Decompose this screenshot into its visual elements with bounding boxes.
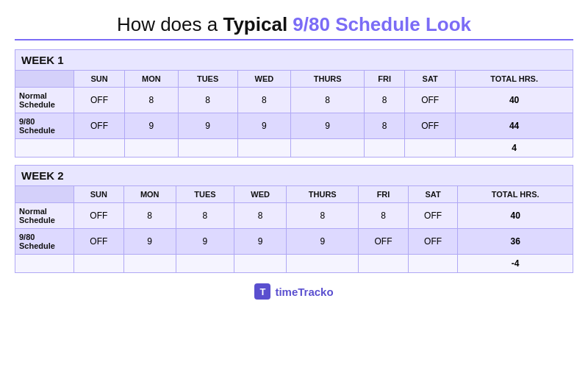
col-mon-w2: MON — [123, 186, 176, 203]
w1-9-wed: 9 — [237, 113, 291, 139]
title-bold: Typical — [223, 13, 287, 35]
w1-n-wed: 8 — [237, 88, 291, 113]
col-total-w2: TOTAL HRS. — [458, 186, 573, 203]
w1-normal-label: NormalSchedule — [15, 88, 74, 113]
w1-9-mon: 9 — [124, 113, 178, 139]
w2-9-total: 36 — [458, 229, 573, 255]
w2-9-sun: OFF — [74, 229, 124, 255]
w1-d-total: 4 — [456, 139, 573, 158]
w1-d-thurs — [291, 139, 365, 158]
w2-n-mon: 8 — [123, 203, 176, 229]
w1-d-wed — [237, 139, 291, 158]
col-thurs-w1: THURS — [291, 71, 365, 88]
col-label — [15, 71, 74, 88]
w1-d-mon — [124, 139, 178, 158]
w2-diff-label — [15, 255, 74, 273]
w2-9-sat: OFF — [408, 229, 458, 255]
w2-normal-row: NormalSchedule OFF 8 8 8 8 8 OFF 40 — [15, 203, 573, 229]
w1-n-thurs: 8 — [291, 88, 365, 113]
week2-header: WEEK 2 — [15, 166, 573, 186]
col-tues-w2: TUES — [176, 186, 234, 203]
logo-icon: T — [254, 283, 270, 300]
w1-n-fri: 8 — [365, 88, 405, 113]
logo-text: timeTracko — [275, 286, 333, 298]
w2-d-fri — [359, 255, 409, 273]
w1-9-total: 44 — [456, 113, 573, 139]
col-sat-w1: SAT — [405, 71, 456, 88]
w2-n-thurs: 8 — [287, 203, 359, 229]
w1-d-sat — [405, 139, 456, 158]
w1-n-sun: OFF — [74, 88, 125, 113]
w1-n-total: 40 — [456, 88, 573, 113]
w1-9-sat: OFF — [405, 113, 456, 139]
col-total-w1: TOTAL HRS. — [456, 71, 573, 88]
w1-980-row: 9/80Schedule OFF 9 9 9 9 8 OFF 44 — [15, 113, 573, 139]
logo-tracko: Tracko — [298, 286, 333, 298]
col-mon-w1: MON — [124, 71, 178, 88]
week1-table: WEEK 1 SUN MON TUES WED THURS FRI SAT TO… — [15, 49, 573, 158]
w2-d-sun — [74, 255, 124, 273]
col-label-w2 — [15, 186, 74, 203]
title-underline — [15, 39, 573, 40]
title-pre: How does a — [117, 13, 223, 35]
w2-980-row: 9/80Schedule OFF 9 9 9 9 OFF OFF 36 — [15, 229, 573, 255]
w1-diff-label — [15, 139, 74, 158]
w1-980-label: 9/80Schedule — [15, 113, 74, 139]
w1-9-sun: OFF — [74, 113, 125, 139]
w2-n-fri: 8 — [359, 203, 409, 229]
w2-d-tues — [176, 255, 234, 273]
w2-d-sat — [408, 255, 458, 273]
week1-block: WEEK 1 SUN MON TUES WED THURS FRI SAT TO… — [15, 49, 573, 158]
w2-980-label: 9/80Schedule — [15, 229, 74, 255]
title-highlight: 9/80 Schedule Look — [287, 13, 471, 35]
w2-d-total: -4 — [458, 255, 573, 273]
w2-d-thurs — [287, 255, 359, 273]
w1-normal-row: NormalSchedule OFF 8 8 8 8 8 OFF 40 — [15, 88, 573, 113]
w2-diff-row: -4 — [15, 255, 573, 273]
col-sat-w2: SAT — [408, 186, 458, 203]
col-fri-w2: FRI — [359, 186, 409, 203]
week1-header: WEEK 1 — [15, 50, 573, 71]
w2-9-mon: 9 — [123, 229, 176, 255]
w1-n-sat: OFF — [405, 88, 456, 113]
col-fri-w1: FRI — [365, 71, 405, 88]
footer: T timeTracko — [254, 283, 333, 300]
w2-9-thurs: 9 — [287, 229, 359, 255]
w2-n-wed: 8 — [234, 203, 287, 229]
w2-d-mon — [123, 255, 176, 273]
w2-9-fri: OFF — [359, 229, 409, 255]
w1-d-fri — [365, 139, 405, 158]
page-title: How does a Typical 9/80 Schedule Look — [117, 13, 471, 36]
col-tues-w1: TUES — [178, 71, 237, 88]
w2-n-sat: OFF — [408, 203, 458, 229]
w2-n-sun: OFF — [74, 203, 124, 229]
col-thurs-w2: THURS — [287, 186, 359, 203]
week1-col-headers: SUN MON TUES WED THURS FRI SAT TOTAL HRS… — [15, 71, 573, 88]
w1-9-tues: 9 — [178, 113, 237, 139]
w1-9-thurs: 9 — [291, 113, 365, 139]
w2-9-tues: 9 — [176, 229, 234, 255]
col-wed-w2: WED — [234, 186, 287, 203]
w2-9-wed: 9 — [234, 229, 287, 255]
w2-n-total: 40 — [458, 203, 573, 229]
w1-9-fri: 8 — [365, 113, 405, 139]
w1-n-tues: 8 — [178, 88, 237, 113]
w1-d-tues — [178, 139, 237, 158]
week2-block: WEEK 2 SUN MON TUES WED THURS FRI SAT TO… — [15, 165, 573, 273]
logo-letter: T — [259, 286, 265, 297]
w1-n-mon: 8 — [124, 88, 178, 113]
week2-table: WEEK 2 SUN MON TUES WED THURS FRI SAT TO… — [15, 165, 573, 273]
w2-normal-label: NormalSchedule — [15, 203, 74, 229]
w2-n-tues: 8 — [176, 203, 234, 229]
w1-d-sun — [74, 139, 125, 158]
w2-d-wed — [234, 255, 287, 273]
logo-time: time — [275, 286, 298, 298]
week2-col-headers: SUN MON TUES WED THURS FRI SAT TOTAL HRS… — [15, 186, 573, 203]
w1-diff-row: 4 — [15, 139, 573, 158]
col-wed-w1: WED — [237, 71, 291, 88]
col-sun-w1: SUN — [74, 71, 125, 88]
col-sun-w2: SUN — [74, 186, 124, 203]
